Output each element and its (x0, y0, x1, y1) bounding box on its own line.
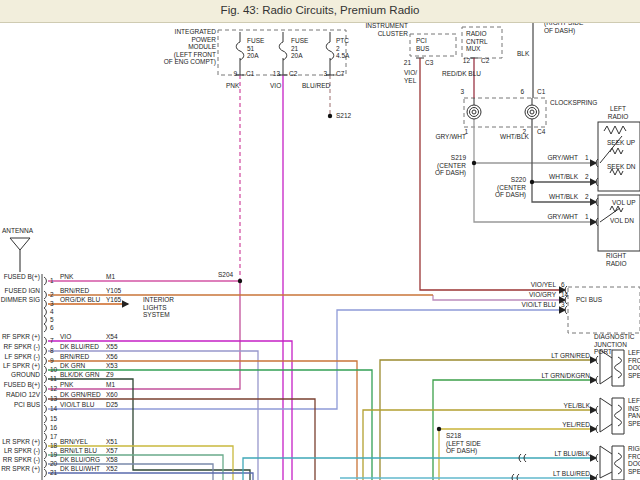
wire-yelblk-label: YEL/BLK (564, 402, 590, 410)
pin-arc-3 (44, 300, 46, 308)
wiring-diagram-page: Fig. 43: Radio Circuits, Premium Radio 1… (0, 0, 640, 480)
pin1-vol-label: 1 (585, 213, 589, 221)
wire-name-row-8: DK BLU/RED (60, 343, 99, 351)
left-radio-switch-box (598, 122, 640, 191)
circuit-code-row-19: X57 (106, 447, 118, 455)
pin-arc-9 (44, 357, 46, 365)
clockspring-coil-right2 (528, 108, 537, 117)
entry-arc-spk3b (596, 474, 598, 480)
vol-up-label: VOL UP (612, 199, 636, 207)
pin-arc-18 (44, 442, 46, 450)
clockspring-coil-left3 (472, 110, 476, 114)
pin-lr-minus-label: LR SPKR (-) (4, 447, 40, 455)
ptc2-symbol (326, 42, 334, 60)
wire-name-row-10: DK GRN (60, 362, 85, 370)
wire-reddkblu-label: RED/DK BLU (442, 70, 481, 78)
fuse51-label: FUSE 51 20A (247, 37, 264, 60)
vol-resistor (610, 206, 623, 212)
wire-viogry-label: VIO/GRY (529, 291, 556, 299)
conn-c3-label: C3 (425, 59, 433, 67)
pin-rr-plus-label: RR SPKR (+) (1, 465, 40, 473)
pin-fused-b1-label: FUSED B(+) (4, 273, 40, 281)
wire-grywht1b-label: GRY/WHT (547, 213, 578, 221)
pin-number-8: 8 (50, 347, 54, 355)
left-radio-switch-label: LEFT RADIO (608, 105, 629, 120)
pin2-seek-label: 2 (585, 173, 589, 181)
wire-ltblublk-label: LT BLU/BLK (554, 450, 590, 458)
speaker3-frame (612, 446, 624, 480)
antenna-label: ANTENNA (2, 227, 33, 235)
pin-radio12v-label: RADIO 12V (6, 391, 40, 399)
pin21-label: 21 (404, 59, 411, 67)
wire-lt-blu-blk (243, 458, 596, 480)
wire-vio-label: VIO (270, 82, 281, 90)
speaker3-coil (615, 453, 622, 474)
circuit-code-row-20: X58 (106, 456, 118, 464)
s218-label: S218 (LEFT SIDE OF DASH) (446, 432, 481, 455)
entry-arc-spk2b (596, 425, 598, 433)
fuse51-symbol (236, 42, 244, 60)
pin-arc-10 (44, 366, 46, 374)
clockspring-label: CLOCKSPRING (550, 99, 597, 107)
splice-s220 (530, 180, 534, 184)
right-front-door-speaker-label: RIGHT FRONT DOOR SPEAKER (628, 445, 640, 475)
pin-number-9: 9 (50, 357, 54, 365)
cs-pin3-label: 3 (460, 88, 464, 96)
pin3-label: 3 (323, 70, 327, 78)
pin-lr-plus-label: LR SPKR (+) (2, 438, 40, 446)
wire-name-row-2: BRN/RED (60, 287, 89, 295)
conn-c7-label: C7 (336, 70, 344, 78)
pin-ground-label: GROUND (11, 371, 40, 379)
circuit-code-row-3: Y165 (106, 296, 121, 304)
clockspring-coil-left2 (470, 108, 479, 117)
splice-s219 (472, 161, 476, 165)
pin-fused-b2-label: FUSED B(+) (4, 381, 40, 389)
pin-arc-11 (44, 375, 46, 383)
pin6-pci-label: 6 (561, 281, 565, 289)
wire-pnk-label: PNK (226, 82, 239, 90)
pin-arc-4 (44, 308, 46, 316)
pin-number-20: 20 (50, 460, 57, 468)
radio-cntrl-mux-label: RADIO CNTRL MUX (466, 30, 488, 53)
wire-violtblu-label: VIO/LT BLU (522, 301, 556, 309)
circuit-code-row-7: X54 (106, 333, 118, 341)
pin-arc-21 (44, 469, 46, 477)
cluster-pcibus-label: PCI BUS (416, 37, 429, 52)
speaker2-frame (612, 398, 624, 434)
ipm-box (218, 30, 346, 75)
pin-lf-minus-label: LF SPKR (-) (5, 353, 40, 361)
instrument-cluster-label: INSTRUMENT CLUSTER (365, 22, 408, 37)
wire-name-row-9: BRN/RED (60, 353, 89, 361)
left-front-door-speaker-label: LEFT FRONT DOOR SPEAKER (628, 349, 640, 379)
seek-dn-label: SEEK DN (607, 163, 636, 171)
pin-rf-plus-label: RF SPKR (+) (2, 333, 40, 341)
pin-arc-7 (44, 337, 46, 345)
diagram-svg (0, 0, 640, 480)
pin-number-3: 3 (50, 300, 54, 308)
pin-arc-12 (44, 385, 46, 393)
pin-number-17: 17 (50, 433, 57, 441)
pin-number-18: 18 (50, 442, 57, 450)
pin9-label: 9 (233, 70, 237, 78)
pin-arc-13 (44, 395, 46, 403)
s220-label: S220 (CENTER OF DASH) (495, 176, 526, 199)
wire-ltblured-label: LT BLU/RED (553, 470, 590, 478)
entry-arc-spk1b (596, 376, 598, 384)
speaker1-coil (615, 357, 622, 378)
splice-s204 (238, 279, 242, 283)
circuit-code-row-10: X53 (106, 362, 118, 370)
entry-arc-spk2a (596, 406, 598, 414)
pin-fused-ign-label: FUSED IGN (5, 287, 40, 295)
circuit-code-row-9: X56 (106, 353, 118, 361)
circuit-code-row-14: D25 (106, 401, 118, 409)
ipm-label: INTEGRATED POWER MODULE (LEFT FRONT OF E… (164, 28, 216, 66)
fuse21-symbol (279, 42, 287, 60)
cs-pin6-label: 6 (520, 88, 524, 96)
conn-c2b-label: C2 (481, 57, 489, 65)
wire-ltgrnred-label: LT GRN/RED (551, 352, 590, 360)
pin-number-7: 7 (50, 337, 54, 345)
pin-rr-minus-label: RR SPKR (-) (3, 456, 40, 464)
wire-name-row-14: VIO/LT BLU (60, 401, 94, 409)
wire-vioyel2-label: VIO/YEL (531, 281, 556, 289)
ptc2-label: PTC 2 4.5A (336, 37, 349, 60)
